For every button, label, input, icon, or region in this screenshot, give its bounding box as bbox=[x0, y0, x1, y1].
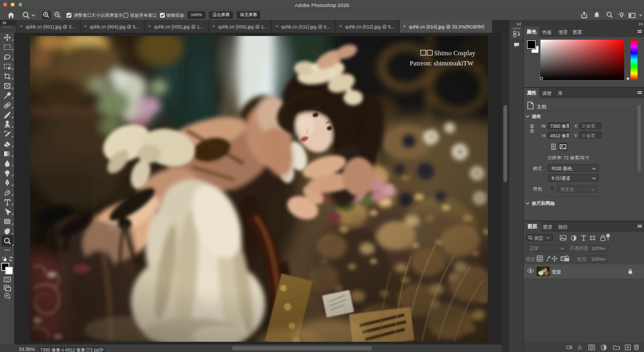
svg-text:Shimo Cosplay: Shimo Cosplay bbox=[434, 49, 475, 57]
svg-text:Patreon: shimotsukiTW: Patreon: shimotsukiTW bbox=[409, 60, 473, 67]
svg-text:fx: fx bbox=[578, 344, 582, 350]
